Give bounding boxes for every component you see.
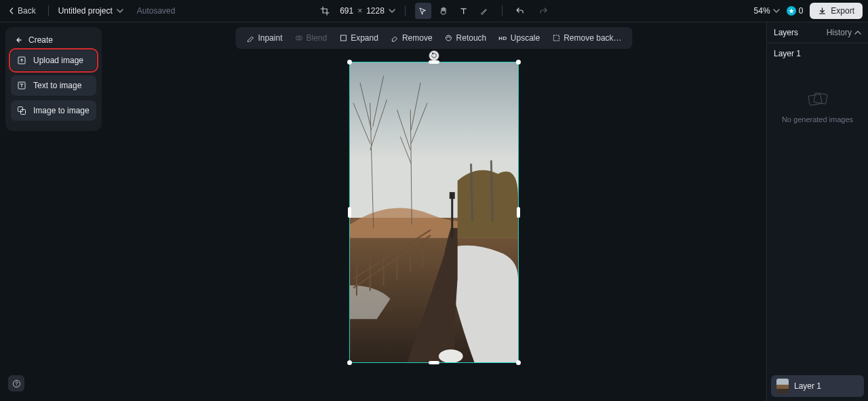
expand-label: Expand (351, 33, 378, 43)
canvas-selection-frame[interactable] (349, 62, 519, 363)
layers-panel: Layers History Layer 1 No generated imag… (766, 22, 868, 401)
svg-line-29 (491, 160, 492, 221)
chevron-down-icon (389, 7, 395, 14)
resize-handle-bottom[interactable] (429, 361, 439, 364)
resize-handle-top-right[interactable] (516, 60, 521, 64)
top-bar: Back Untitled project Autosaved 691 × 12… (0, 0, 868, 22)
retouch-label: Retouch (456, 33, 487, 43)
undo-icon (515, 6, 525, 16)
empty-msg: No generated images (782, 115, 853, 123)
redo-button[interactable] (535, 3, 551, 19)
resize-handle-top[interactable] (429, 60, 439, 64)
top-bar-center: 691 × 1228 (317, 3, 551, 19)
remove-bg-label: Remove back… (564, 33, 621, 43)
svg-rect-32 (813, 93, 827, 104)
text-icon (459, 7, 468, 16)
chevron-up-icon (854, 29, 861, 36)
generated-images-empty: No generated images (767, 64, 868, 137)
canvas-height: 1228 (366, 6, 384, 16)
resize-handle-top-left[interactable] (347, 60, 352, 64)
resize-handle-right[interactable] (517, 207, 520, 218)
layer-chip[interactable]: Layer 1 (771, 375, 864, 397)
resize-handle-left[interactable] (348, 207, 351, 218)
top-bar-right: 54% 0 Export (754, 3, 863, 19)
project-title: Untitled project (58, 6, 113, 16)
blend-button: Blend (289, 30, 332, 46)
cursor-tool[interactable] (415, 3, 431, 19)
remove-background-button[interactable]: Remove back… (547, 30, 627, 46)
empty-images-icon (806, 91, 829, 109)
undo-button[interactable] (512, 3, 528, 19)
divider (48, 5, 49, 16)
chevron-left-icon (8, 7, 15, 14)
chevron-down-icon (117, 7, 123, 14)
ai-tools-toolbar: Inpaint Blend Expand Remove Retouch HD U… (235, 27, 632, 49)
hand-tool[interactable] (435, 3, 452, 19)
canvas-dimensions[interactable]: 691 × 1228 (340, 6, 395, 16)
download-icon (818, 7, 827, 16)
crop-tool[interactable] (317, 3, 333, 19)
inpaint-icon (246, 34, 254, 42)
credits-display[interactable]: 0 (787, 6, 804, 16)
layer-name-row[interactable]: Layer 1 (767, 43, 868, 64)
export-button[interactable]: Export (810, 3, 863, 19)
canvas-image[interactable] (350, 62, 518, 362)
credit-icon (787, 6, 796, 16)
remove-label: Remove (402, 33, 433, 43)
brush-tool[interactable] (476, 3, 492, 19)
layer-list: Layer 1 (767, 371, 868, 401)
upscale-label: Upscale (511, 33, 540, 43)
help-button[interactable] (8, 375, 24, 392)
resize-handle-bottom-left[interactable] (347, 360, 352, 365)
brush-icon (479, 7, 488, 16)
inpaint-button[interactable]: Inpaint (241, 30, 288, 46)
eraser-icon (391, 34, 399, 42)
remove-bg-icon (552, 34, 560, 42)
help-icon (12, 379, 21, 388)
redo-icon (538, 6, 548, 16)
autosaved-status: Autosaved (137, 6, 176, 16)
tool-group (415, 3, 492, 19)
resize-handle-bottom-right[interactable] (516, 360, 521, 365)
canvas-area[interactable] (0, 22, 766, 401)
crop-icon (320, 6, 330, 16)
inpaint-label: Inpaint (258, 33, 282, 43)
hd-icon: HD (498, 35, 507, 41)
text-tool[interactable] (456, 3, 472, 19)
cursor-icon (418, 7, 427, 16)
layers-title: Layers (774, 28, 798, 37)
back-button[interactable]: Back (5, 5, 39, 17)
divider (405, 5, 406, 16)
dim-separator: × (357, 6, 362, 16)
remove-button[interactable]: Remove (385, 30, 438, 46)
credits-value: 0 (799, 6, 804, 16)
back-label: Back (18, 6, 36, 16)
history-label: History (827, 28, 852, 37)
top-bar-left: Back Untitled project Autosaved (5, 5, 175, 17)
project-title-dropdown[interactable]: Untitled project (58, 6, 123, 16)
export-label: Export (831, 6, 854, 16)
expand-button[interactable]: Expand (334, 30, 384, 46)
layer-name: Layer 1 (774, 49, 801, 58)
retouch-button[interactable]: Retouch (439, 30, 492, 46)
svg-rect-2 (340, 35, 346, 41)
layers-panel-header: Layers History (767, 22, 868, 43)
retouch-icon (445, 34, 453, 42)
zoom-value: 54% (754, 6, 770, 16)
divider (502, 5, 502, 16)
rotate-handle[interactable] (429, 50, 439, 61)
blend-label: Blend (306, 33, 327, 43)
upscale-button[interactable]: HD Upscale (493, 30, 545, 46)
chevron-down-icon (773, 7, 780, 14)
blend-icon (294, 34, 302, 42)
layer-chip-label: Layer 1 (794, 381, 821, 391)
zoom-dropdown[interactable]: 54% (754, 6, 780, 16)
history-toggle[interactable]: History (827, 28, 861, 37)
svg-line-28 (471, 164, 473, 221)
layer-thumbnail (776, 379, 789, 394)
hand-icon (439, 6, 448, 16)
svg-rect-17 (450, 192, 455, 199)
expand-icon (339, 34, 347, 42)
svg-rect-3 (553, 35, 559, 41)
canvas-width: 691 (340, 6, 353, 16)
